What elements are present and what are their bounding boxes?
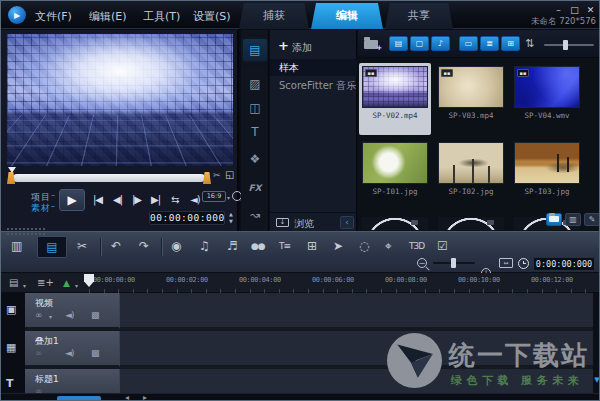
minimize-button[interactable]: –: [552, 4, 565, 16]
panel-splitter-handle[interactable]: [7, 228, 45, 230]
undo-icon[interactable]: ↶: [111, 239, 121, 253]
partial-thumbnail[interactable]: [362, 217, 428, 230]
track-transparency-icon[interactable]: ▩: [91, 348, 100, 358]
menu-edit[interactable]: 编辑(E): [89, 9, 127, 24]
painting-creator-icon[interactable]: ●●: [251, 241, 265, 251]
thumb-size-slider-handle[interactable]: [563, 40, 568, 50]
chapter-marker-icon[interactable]: ▲: [63, 278, 70, 288]
record-capture-icon[interactable]: ◉: [171, 239, 181, 253]
filter-audio-button[interactable]: ♪: [431, 36, 450, 51]
project-duration-icon[interactable]: [518, 258, 529, 269]
rail-media-library-icon[interactable]: ▤: [243, 39, 267, 61]
scroll-right-icon[interactable]: ▸: [143, 393, 147, 401]
clip-mode-toggle[interactable]: 素材: [31, 202, 51, 215]
link-clips-icon[interactable]: ∞: [35, 348, 43, 358]
mute-track-icon[interactable]: ◄): [65, 348, 73, 358]
auto-music-icon[interactable]: ♬: [227, 239, 238, 253]
close-button[interactable]: ✕: [584, 4, 597, 16]
subtitle-editor-icon[interactable]: T≡: [279, 241, 290, 251]
repeat-button[interactable]: ⇆: [171, 194, 178, 205]
filter-videos-button[interactable]: ▤: [389, 36, 408, 51]
home-button[interactable]: |◀: [93, 194, 102, 205]
rail-graphic-icon[interactable]: ❖: [243, 148, 267, 170]
thumb-size-slider[interactable]: [544, 44, 594, 46]
track-transparency-icon[interactable]: ▩: [91, 310, 100, 320]
aspect-ratio-button[interactable]: 16:9: [202, 191, 226, 202]
mute-track-icon[interactable]: ◄): [65, 310, 73, 320]
motion-tracking-icon[interactable]: ➤: [333, 239, 343, 253]
browse-label[interactable]: 浏览: [294, 217, 314, 231]
trim-bar[interactable]: [13, 174, 205, 182]
browse-icon[interactable]: ↓: [276, 218, 289, 227]
sort-icon[interactable]: ⇅: [525, 37, 534, 50]
library-folder-button[interactable]: [546, 213, 562, 226]
next-frame-button[interactable]: |▶: [132, 194, 141, 205]
preview-timecode[interactable]: 00:00:00:000: [149, 211, 225, 225]
add-gallery-icon[interactable]: +: [278, 38, 289, 53]
link-clips-icon[interactable]: ∞: [35, 310, 43, 320]
sound-mixer-icon[interactable]: ♫: [199, 239, 210, 253]
menu-file[interactable]: 文件(F): [35, 9, 72, 24]
rail-filter-icon[interactable]: FX: [243, 177, 267, 199]
track-lane-video[interactable]: [119, 293, 593, 329]
library-item-spv02[interactable]: ▪▪ SP-V02.mp4: [359, 63, 431, 135]
track-manager-icon[interactable]: ▤: [9, 277, 18, 288]
split-clip-icon[interactable]: ✂: [213, 170, 221, 180]
collapse-panel-button[interactable]: ‹: [340, 216, 354, 229]
gallery-item-samples[interactable]: 样本: [270, 59, 357, 76]
enlarge-preview-icon[interactable]: ◱: [225, 169, 234, 180]
add-track-icon[interactable]: ≣+: [37, 277, 54, 288]
menu-tools[interactable]: 工具(T): [143, 9, 180, 24]
track-motion-icon[interactable]: ⌖: [385, 239, 392, 253]
prev-frame-button[interactable]: ◀|: [113, 194, 122, 205]
rail-transition-icon[interactable]: ◫: [243, 97, 267, 119]
tab-share[interactable]: 共享: [385, 3, 453, 29]
multi-camera-icon[interactable]: ⊞: [307, 239, 317, 253]
timecode-spinner[interactable]: ▲ ▼: [227, 211, 235, 225]
library-item-spv03[interactable]: ▪▪ SP-V03.mp4: [435, 63, 507, 135]
maximize-button[interactable]: □: [568, 4, 581, 16]
track-lane-overlay[interactable]: [119, 331, 593, 367]
scroll-left-icon[interactable]: ◂: [125, 393, 129, 401]
library-item-spv04[interactable]: ▪▪ SP-V04.wmv: [511, 63, 583, 135]
timeline-timecode[interactable]: 0:00:00:000: [533, 257, 595, 271]
library-item-spi01[interactable]: SP-I01.jpg: [359, 139, 431, 211]
view-list-button[interactable]: ≣: [480, 36, 499, 51]
gallery-item-scorefitter[interactable]: ScoreFitter 音乐: [270, 77, 357, 94]
storyboard-view-icon[interactable]: ▥: [11, 239, 22, 253]
trim-end-handle[interactable]: [203, 172, 211, 184]
view-titles-button[interactable]: ▭: [459, 36, 478, 51]
smart-package-button[interactable]: ▥: [565, 213, 581, 226]
end-button[interactable]: ▶|: [151, 194, 160, 205]
speed-remap-icon[interactable]: ◌: [359, 239, 369, 253]
mask-creator-icon[interactable]: ☑: [437, 239, 448, 253]
time-ruler[interactable]: 00:00:00:00 00:00:02:00 00:00:04:00 00:0…: [87, 273, 600, 293]
timeline-splitter-handle[interactable]: [7, 233, 45, 235]
preview-video[interactable]: [7, 34, 233, 166]
horizontal-scrollbar[interactable]: [57, 396, 101, 401]
track-header-video[interactable]: 视频 ∞ ▾ ◄) ▩: [25, 293, 119, 329]
library-item-spi03[interactable]: SP-I03.jpg: [511, 139, 583, 211]
editing-toolbox-icon[interactable]: ✂: [77, 239, 87, 253]
partial-thumbnail[interactable]: [438, 217, 504, 230]
add-gallery-button[interactable]: 添加: [292, 41, 312, 55]
play-button[interactable]: ▶: [59, 189, 85, 211]
scroll-down-icon[interactable]: ▼: [592, 375, 600, 385]
view-thumbs-button[interactable]: ⊞: [501, 36, 520, 51]
import-media-icon[interactable]: +: [364, 40, 378, 49]
track-header-overlay[interactable]: 叠加1 ∞ ◄) ▩: [25, 331, 119, 367]
rail-motion-path-icon[interactable]: ↝: [243, 204, 267, 226]
library-item-spi02[interactable]: SP-I02.jpg: [435, 139, 507, 211]
spinner-down-icon[interactable]: ▼: [227, 218, 235, 225]
redo-icon[interactable]: ↷: [139, 239, 149, 253]
spinner-up-icon[interactable]: ▲: [227, 211, 235, 218]
fit-project-icon[interactable]: ↔: [499, 258, 513, 268]
track-header-title[interactable]: 标题1 ∞: [25, 369, 119, 393]
rail-instant-project-icon[interactable]: ▨: [243, 73, 267, 95]
tab-capture[interactable]: 捕获: [239, 3, 309, 29]
volume-button[interactable]: ◄): [190, 194, 200, 205]
timeline-view-icon[interactable]: ▤: [37, 236, 67, 258]
link-caret-icon[interactable]: ▾: [49, 313, 52, 320]
3d-title-icon[interactable]: T3D: [409, 241, 424, 251]
filter-photos-button[interactable]: ▢: [410, 36, 429, 51]
